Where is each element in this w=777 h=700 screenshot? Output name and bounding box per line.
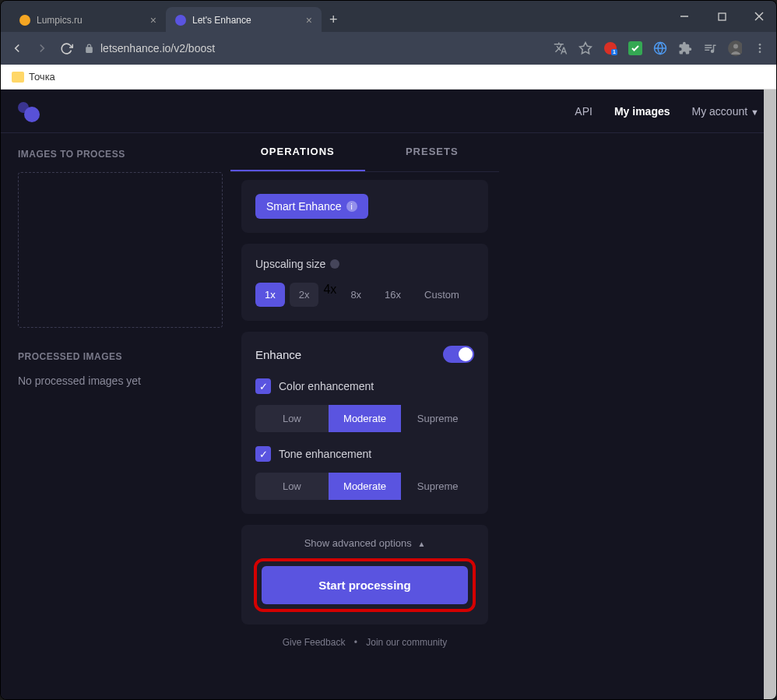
upscaling-label: Upscaling size (255, 258, 325, 270)
to-process-heading: IMAGES TO PROCESS (18, 149, 223, 160)
svg-rect-1 (719, 13, 726, 20)
feedback-link[interactable]: Give Feedback (283, 637, 346, 648)
tab-title: Let's Enhance (192, 15, 251, 26)
tone-moderate[interactable]: Moderate (329, 473, 402, 500)
tone-supreme[interactable]: Supreme (401, 473, 474, 500)
highlight-annotation: Start processing (254, 558, 476, 612)
svg-point-12 (733, 44, 738, 49)
settings-panel: OPERATIONS PRESETS Smart Enhance i Upsca… (230, 133, 499, 699)
upscaling-card: Upscaling size 1x 2x 4x 8x 16x Custom (241, 244, 488, 321)
nav-my-images[interactable]: My images (614, 105, 670, 118)
url-field[interactable]: letsenhance.io/v2/boost (84, 42, 543, 55)
address-bar: letsenhance.io/v2/boost 1 (1, 32, 776, 65)
processed-heading: PROCESSED IMAGES (18, 351, 223, 362)
tab-presets[interactable]: PRESETS (365, 133, 500, 171)
tone-low[interactable]: Low (255, 473, 329, 500)
chevron-up-icon: ▲ (417, 540, 425, 548)
logo[interactable] (18, 100, 40, 122)
browser-tabs: Lumpics.ru × Let's Enhance × + (10, 7, 346, 33)
address-right: 1 (554, 41, 767, 55)
lock-icon (84, 43, 94, 55)
left-column: IMAGES TO PROCESS PROCESSED IMAGES No pr… (1, 133, 230, 699)
extensions-icon[interactable] (678, 41, 692, 55)
upscale-custom[interactable]: Custom (415, 283, 469, 307)
nav-my-account[interactable]: My account▼ (692, 105, 759, 118)
community-link[interactable]: Join our community (366, 637, 447, 648)
bookmark-item[interactable]: Точка (12, 71, 55, 83)
tone-levels: Low Moderate Supreme (255, 473, 474, 500)
color-label-text: Color enhancement (279, 380, 374, 392)
upload-dropzone[interactable] (18, 172, 223, 328)
window-controls (673, 5, 770, 27)
no-processed-text: No processed images yet (18, 375, 223, 387)
forward-button[interactable] (35, 41, 49, 55)
upscale-2x[interactable]: 2x (290, 283, 319, 307)
color-checkbox[interactable]: ✓ (255, 378, 271, 394)
tone-label-text: Tone enhancement (279, 448, 371, 460)
nav-api[interactable]: API (575, 105, 592, 118)
panel-scroll[interactable]: Smart Enhance i Upscaling size 1x 2x 4x (230, 172, 499, 699)
chip-label: Smart Enhance (266, 200, 342, 213)
close-button[interactable] (748, 5, 770, 27)
extension-1-icon[interactable]: 1 (603, 41, 617, 55)
enhance-toggle[interactable] (443, 346, 474, 363)
color-moderate[interactable]: Moderate (329, 405, 402, 432)
folder-icon (12, 72, 24, 83)
favicon (19, 15, 30, 26)
separator: • (354, 637, 357, 648)
upscale-options: 1x 2x 4x 8x 16x Custom (255, 283, 474, 307)
browser-tab-letsenhance[interactable]: Let's Enhance × (166, 7, 322, 33)
browser-tab-lumpics[interactable]: Lumpics.ru × (10, 7, 166, 33)
advanced-label: Show advanced options (304, 537, 412, 549)
translate-icon[interactable] (554, 41, 568, 55)
svg-point-13 (759, 44, 761, 46)
extension-2-icon[interactable] (628, 41, 642, 55)
menu-icon[interactable] (753, 41, 767, 55)
tone-label: Tone enhancement (279, 448, 376, 460)
upscale-16x[interactable]: 16x (375, 283, 410, 307)
new-tab-button[interactable]: + (322, 7, 346, 33)
advanced-options-link[interactable]: Show advanced options ▲ (254, 537, 476, 549)
top-nav: API My images My account▼ (575, 105, 759, 118)
enhance-header: Enhance (255, 346, 474, 363)
start-processing-button[interactable]: Start processing (262, 566, 468, 604)
tone-checkbox[interactable]: ✓ (255, 446, 271, 462)
bookmark-label: Точка (29, 71, 55, 83)
color-levels: Low Moderate Supreme (255, 405, 474, 432)
info-icon[interactable] (330, 259, 339, 269)
svg-point-15 (759, 51, 761, 53)
upscale-8x[interactable]: 8x (341, 283, 371, 307)
media-icon[interactable] (703, 41, 717, 55)
tab-operations[interactable]: OPERATIONS (230, 133, 365, 171)
close-icon[interactable]: × (306, 14, 312, 26)
reload-button[interactable] (60, 42, 73, 55)
star-icon[interactable] (578, 41, 592, 55)
title-bar: Lumpics.ru × Let's Enhance × + (1, 1, 776, 32)
upscale-1x[interactable]: 1x (255, 283, 285, 307)
close-icon[interactable]: × (150, 14, 156, 26)
upscaling-title: Upscaling size (255, 258, 474, 270)
app-header: API My images My account▼ (1, 90, 776, 133)
smart-enhance-chip[interactable]: Smart Enhance i (255, 194, 368, 219)
avatar[interactable] (728, 41, 742, 55)
smart-enhance-card: Smart Enhance i (241, 180, 488, 233)
minimize-button[interactable] (673, 5, 695, 27)
tab-title: Lumpics.ru (37, 15, 83, 26)
browser-window: Lumpics.ru × Let's Enhance × + letsenhan… (0, 0, 777, 700)
svg-point-14 (759, 47, 761, 50)
color-supreme[interactable]: Supreme (401, 405, 474, 432)
back-button[interactable] (10, 41, 24, 55)
extension-3-icon[interactable] (653, 41, 667, 55)
upscale-4x[interactable]: 4x (323, 283, 336, 307)
maximize-button[interactable] (711, 5, 733, 27)
info-icon[interactable]: i (346, 201, 357, 212)
app-body: IMAGES TO PROCESS PROCESSED IMAGES No pr… (1, 133, 776, 699)
color-low[interactable]: Low (255, 405, 329, 432)
enhance-title: Enhance (255, 348, 306, 361)
svg-marker-4 (580, 43, 592, 54)
page-scrollbar[interactable] (764, 90, 776, 699)
nav-account-label: My account (692, 105, 748, 118)
tone-check-row: ✓ Tone enhancement (255, 446, 474, 462)
color-label: Color enhancement (279, 380, 378, 392)
color-check-row: ✓ Color enhancement (255, 378, 474, 394)
